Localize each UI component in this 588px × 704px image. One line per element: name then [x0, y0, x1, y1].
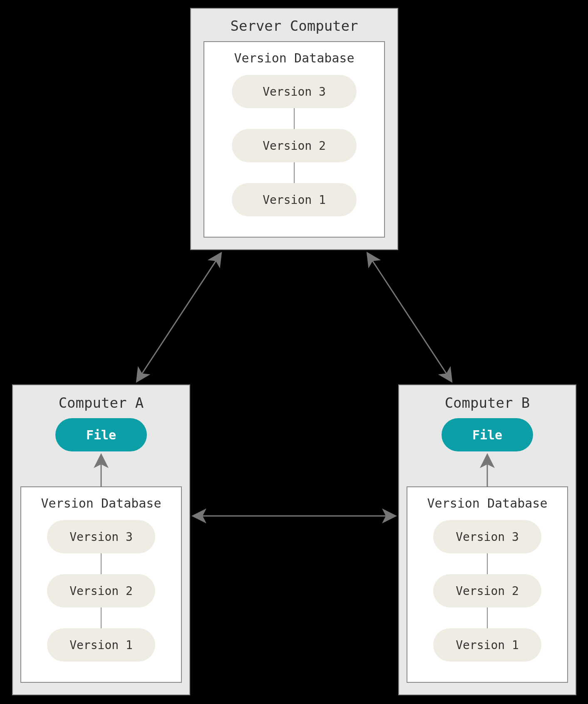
server-version-2: Version 2 — [232, 129, 357, 162]
client-b-version-2: Version 2 — [433, 574, 541, 607]
client-a-version-3: Version 3 — [47, 520, 155, 553]
svg-text:Version 2: Version 2 — [69, 584, 133, 598]
client-a-version-1: Version 1 — [47, 628, 155, 662]
server-box: Server Computer Version Database Version… — [191, 8, 398, 250]
diagram-canvas: Server Computer Version Database Version… — [0, 0, 588, 704]
svg-text:Version 3: Version 3 — [456, 530, 519, 544]
client-b-version-1: Version 1 — [433, 628, 541, 662]
client-b-version-3: Version 3 — [433, 520, 541, 553]
client-a-file: File — [55, 418, 147, 451]
arrow-server-to-client-b — [368, 254, 451, 381]
svg-text:Version 2: Version 2 — [456, 584, 519, 598]
svg-text:File: File — [86, 428, 116, 442]
svg-text:Version 2: Version 2 — [263, 139, 326, 153]
client-b-box: Computer B File Version Database Version… — [399, 385, 576, 695]
client-a-box: Computer A File Version Database Version… — [12, 385, 190, 695]
server-title: Server Computer — [230, 17, 358, 34]
client-a-title: Computer A — [59, 394, 144, 411]
svg-text:Version 3: Version 3 — [263, 85, 326, 99]
svg-text:Version 1: Version 1 — [263, 193, 326, 207]
svg-text:Version 3: Version 3 — [69, 530, 133, 544]
server-version-database: Version Database Version 3 Version 2 Ver… — [204, 42, 385, 237]
client-a-db-label: Version Database — [41, 496, 161, 511]
svg-text:File: File — [472, 428, 502, 442]
svg-text:Version 1: Version 1 — [69, 638, 133, 652]
client-b-title: Computer B — [445, 394, 530, 411]
server-version-1: Version 1 — [232, 183, 357, 216]
client-a-version-database: Version Database Version 3 Version 2 Ver… — [21, 487, 181, 682]
client-b-db-label: Version Database — [427, 496, 548, 511]
client-b-file: File — [442, 418, 533, 451]
server-version-3: Version 3 — [232, 75, 357, 108]
svg-text:Version 1: Version 1 — [456, 638, 519, 652]
server-db-label: Version Database — [234, 51, 355, 65]
arrow-server-to-client-a — [137, 254, 221, 381]
client-b-version-database: Version Database Version 3 Version 2 Ver… — [407, 487, 568, 682]
client-a-version-2: Version 2 — [47, 574, 155, 607]
